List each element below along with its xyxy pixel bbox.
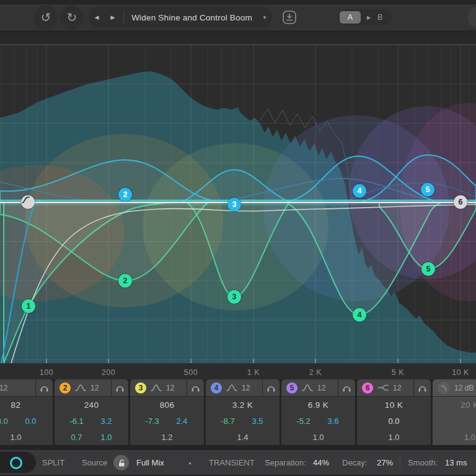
preset-selector: ◀ ▶ Widen Shine and Control Boom ▼ <box>89 7 272 28</box>
band-frequency[interactable]: 10 K <box>357 397 431 413</box>
band2-solo-button[interactable] <box>111 379 128 396</box>
band-number-badge[interactable]: 6 <box>362 382 373 394</box>
band1-solo-button[interactable] <box>35 379 53 396</box>
eq-node-6[interactable]: 6 <box>454 195 467 209</box>
band-cut-value[interactable]: -5.2 <box>295 416 312 426</box>
bell-filter-icon <box>226 384 237 392</box>
band5-solo-button[interactable] <box>338 379 355 396</box>
eq-node-bottom-2[interactable]: 2 <box>118 274 132 288</box>
source-select[interactable]: Full Mix <box>136 450 164 475</box>
band4-header: 4 12 <box>206 379 280 397</box>
eq-node-bottom-4[interactable]: 4 <box>353 308 366 322</box>
band-cut-value[interactable]: -7.3 <box>144 416 161 426</box>
band-boost-value[interactable]: 3.5 <box>249 416 267 426</box>
band-frequency[interactable]: 82 <box>0 397 53 413</box>
headphones-icon <box>191 384 200 392</box>
band-cut-value[interactable]: -8.7 <box>219 416 237 426</box>
chevron-up-icon[interactable]: ▲ <box>188 450 192 475</box>
eq-node-top-3[interactable]: 3 <box>227 198 241 211</box>
save-icon <box>282 10 297 25</box>
source-lock-button[interactable] <box>113 455 129 470</box>
band-boost-value[interactable]: 2.4 <box>174 416 191 426</box>
band-boost-value[interactable]: 0.0 <box>22 416 40 426</box>
band-q-value[interactable]: 1.0 <box>461 433 476 442</box>
ab-compare-group: A ▶ B <box>338 9 392 25</box>
band-frequency[interactable]: 20 K <box>433 397 476 413</box>
band-cut-value[interactable]: -8.0 <box>0 416 10 426</box>
band-number-badge[interactable]: 5 <box>286 382 298 394</box>
band-boost-value[interactable]: 3.6 <box>325 416 342 426</box>
arrow-right-icon: ▶ <box>111 14 115 20</box>
split-toggle[interactable]: SPLIT <box>42 450 64 475</box>
band-gain-value[interactable]: 0.0 <box>386 416 403 426</box>
unlock-icon <box>117 459 126 467</box>
band-number-badge[interactable]: 2 <box>60 382 71 394</box>
band-q-value[interactable]: 1.0 <box>386 433 403 442</box>
undo-icon: ↺ <box>41 10 51 25</box>
band-cut-value[interactable]: -6.1 <box>68 416 86 426</box>
band-q-value[interactable]: 1.2 <box>159 433 176 442</box>
eq-node-bottom-3[interactable]: 3 <box>227 290 241 304</box>
redo-button[interactable]: ↻ <box>60 6 84 29</box>
band1-handle[interactable] <box>21 195 35 209</box>
band-slope[interactable]: 12 <box>393 384 401 392</box>
ab-copy-icon[interactable]: ▶ <box>361 15 377 20</box>
band6-solo-button[interactable] <box>413 379 431 396</box>
band3-header: 3 12 <box>130 379 204 397</box>
undo-button[interactable]: ↺ <box>34 6 58 29</box>
band-q-value[interactable]: 1.0 <box>310 433 327 442</box>
band-slope[interactable]: 12 dB <box>454 384 474 392</box>
freq-label-500: 500 <box>184 368 198 377</box>
band-slope[interactable]: 12 <box>242 384 250 392</box>
freq-label-1k: 1 K <box>247 368 260 377</box>
band-slope[interactable]: 12 <box>0 384 7 392</box>
eq-node-top-5[interactable]: 5 <box>421 183 434 196</box>
separation-value[interactable]: 44% <box>313 450 329 475</box>
band-number-badge[interactable]: 4 <box>211 382 222 394</box>
lowpass-filter-icon[interactable] <box>438 382 450 394</box>
band-q-value[interactable]: 0.7 <box>68 433 86 442</box>
save-preset-button[interactable] <box>280 8 299 27</box>
bell-filter-icon <box>75 384 86 392</box>
band-slope[interactable]: 12 <box>90 384 99 392</box>
band-frequency[interactable]: 806 <box>130 397 204 413</box>
bell-filter-icon <box>302 384 313 392</box>
chevron-down-icon[interactable]: ▼ <box>257 15 272 20</box>
headphones-icon <box>40 384 49 392</box>
freq-label-200: 200 <box>102 368 115 377</box>
bell-filter-icon <box>151 384 162 392</box>
previous-preset-button[interactable]: ◀ <box>89 14 105 20</box>
next-preset-button[interactable]: ▶ <box>105 14 121 20</box>
band-q-value[interactable]: 1.4 <box>234 433 252 442</box>
band2-header: 2 12 <box>55 379 128 397</box>
eq-node-top-2[interactable]: 2 <box>118 188 132 201</box>
eq-node-bottom-5[interactable]: 5 <box>421 262 435 276</box>
ab-b-button[interactable]: B <box>377 13 382 22</box>
band-frequency[interactable]: 240 <box>55 397 128 413</box>
band4-solo-button[interactable] <box>262 379 280 396</box>
highshelf-filter-icon <box>377 384 389 392</box>
decay-label: Decay: <box>342 450 367 475</box>
band-number-badge[interactable]: 3 <box>135 382 146 394</box>
freq-label-100: 100 <box>40 368 53 377</box>
band-q-value-2[interactable]: 1.0 <box>98 433 115 442</box>
band-frequency[interactable]: 6.9 K <box>281 397 355 413</box>
band-boost-value[interactable]: 3.2 <box>98 416 115 426</box>
ab-a-button[interactable]: A <box>340 11 361 24</box>
divider <box>123 11 124 24</box>
band-strip-7: 12 dB 20 K 1.0 <box>433 379 476 445</box>
preset-name[interactable]: Widen Shine and Control Boom <box>126 13 257 22</box>
logo-pill[interactable] <box>0 452 36 473</box>
band3-solo-button[interactable] <box>187 379 204 396</box>
band-q-value[interactable]: 1.0 <box>7 433 25 442</box>
eq-node-bottom-1[interactable]: 1 <box>22 299 35 313</box>
band-frequency[interactable]: 3.2 K <box>206 397 280 413</box>
smooth-value[interactable]: 13 ms <box>445 450 467 475</box>
band-slope[interactable]: 12 <box>166 384 174 392</box>
decay-value[interactable]: 27% <box>377 450 393 475</box>
eq-node-top-4[interactable]: 4 <box>353 184 366 198</box>
headphones-icon <box>342 384 351 392</box>
eq-spectrum-display[interactable]: 100 200 500 1 K 2 K 5 K 10 K 2 3 4 5 1 2… <box>0 35 476 379</box>
band5-header: 5 12 <box>281 379 355 397</box>
band-slope[interactable]: 12 <box>317 384 325 392</box>
